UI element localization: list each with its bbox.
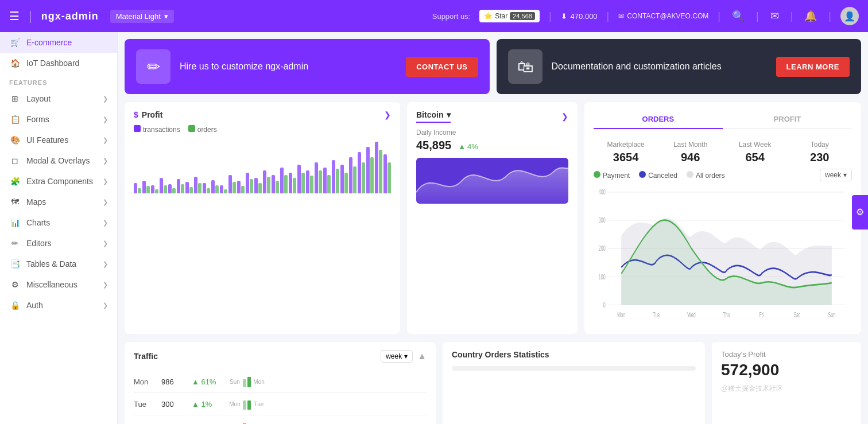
bitcoin-selector[interactable]: Bitcoin ▾ bbox=[416, 110, 451, 123]
misc-icon: ⚙ bbox=[9, 280, 21, 289]
sidebar-item-maps[interactable]: 🗺 Maps ❯ bbox=[0, 192, 117, 212]
svg-text:Wed: Wed bbox=[687, 311, 695, 318]
orders-tabs: ORDERS PROFIT bbox=[594, 110, 852, 129]
mini-chart-wed: Tue Wed bbox=[228, 419, 427, 424]
profit-title: $ Profit bbox=[134, 110, 162, 119]
notification-button[interactable]: 🔔 bbox=[802, 7, 819, 25]
profit-nav-arrow[interactable]: ❯ bbox=[384, 110, 391, 119]
sidebar-item-layout[interactable]: ⊞ Layout ❯ bbox=[0, 88, 117, 109]
promo-icon-right: 🛍 bbox=[508, 49, 542, 84]
traffic-week-filter[interactable]: week ▾ bbox=[381, 350, 413, 363]
country-stats-bar bbox=[452, 366, 696, 371]
editor-icon: ✏ bbox=[9, 239, 21, 248]
mail-button[interactable]: ✉ bbox=[768, 7, 781, 25]
hamburger-menu[interactable]: ☰ bbox=[9, 9, 20, 23]
email-icon: ✉ bbox=[618, 12, 624, 20]
chevron-right-icon: ❯ bbox=[103, 302, 108, 309]
todays-profit-card: Today's Profit 572,900 @稀土掘金技术社区 bbox=[712, 342, 861, 424]
forms-icon: 📋 bbox=[9, 115, 21, 124]
traffic-row-tue: Tue 300 ▲ 1% Mon Tue bbox=[134, 393, 427, 415]
profit-chart bbox=[134, 138, 391, 196]
learn-more-button[interactable]: LEARN MORE bbox=[776, 57, 850, 77]
sidebar-item-extra-components[interactable]: 🧩 Extra Components ❯ bbox=[0, 171, 117, 192]
brand-separator: | bbox=[29, 9, 32, 24]
svg-text:Sat: Sat bbox=[793, 311, 800, 318]
promo-text-right: Documentation and customization articles bbox=[552, 61, 767, 72]
download-icon: ⬇ bbox=[561, 12, 567, 21]
sidebar-item-label: IoT Dashboard bbox=[26, 59, 108, 68]
traffic-table: Mon 986 ▲ 61% Sun Mon bbox=[134, 371, 427, 424]
chevron-right-icon: ❯ bbox=[103, 219, 108, 227]
promo-text-left: Hire us to customize ngx-admin bbox=[180, 61, 397, 72]
svg-text:100: 100 bbox=[599, 273, 606, 281]
svg-text:Sun: Sun bbox=[828, 311, 835, 318]
bitcoin-nav-arrow[interactable]: ❯ bbox=[561, 112, 568, 121]
chevron-right-icon: ❯ bbox=[103, 137, 108, 144]
svg-text:200: 200 bbox=[599, 244, 606, 252]
chevron-right-icon: ❯ bbox=[103, 95, 108, 103]
sidebar-item-miscellaneous[interactable]: ⚙ Miscellaneous ❯ bbox=[0, 274, 117, 295]
collapse-button[interactable]: ▲ bbox=[417, 351, 427, 361]
contact-us-button[interactable]: CONTACT US bbox=[406, 57, 478, 77]
orders-line-chart: 400 300 200 100 0 Mon Tue Wed Thu Fri Sa… bbox=[594, 186, 852, 324]
stat-last-week: Last Week 654 bbox=[723, 136, 788, 169]
mini-chart-tue: Mon Tue bbox=[228, 397, 427, 411]
daily-income-section: Daily Income 45,895 ▲ 4% bbox=[416, 129, 568, 152]
daily-income-value: 45,895 bbox=[416, 139, 451, 152]
sidebar-item-charts[interactable]: 📊 Charts ❯ bbox=[0, 212, 117, 233]
sidebar-item-iot-dashboard[interactable]: 🏠 IoT Dashboard bbox=[0, 53, 117, 73]
svg-text:300: 300 bbox=[599, 216, 606, 224]
todays-profit-value: 572,900 bbox=[721, 361, 852, 379]
star-count: 24,568 bbox=[510, 12, 535, 20]
table-icon: 📑 bbox=[9, 259, 21, 269]
promo-card-docs: 🛍 Documentation and customization articl… bbox=[497, 39, 862, 94]
svg-text:Mon: Mon bbox=[617, 311, 625, 318]
master-type-selector[interactable]: Material Light ▾ bbox=[110, 10, 174, 23]
main-content: ✏ Hire us to customize ngx-admin CONTACT… bbox=[118, 32, 868, 424]
sidebar: 🛒 E-commerce 🏠 IoT Dashboard FEATURES ⊞ … bbox=[0, 32, 118, 424]
sidebar-item-auth[interactable]: 🔒 Auth ❯ bbox=[0, 295, 117, 316]
sidebar-item-ui-features[interactable]: 🎨 UI Features ❯ bbox=[0, 130, 117, 150]
chevron-right-icon: ❯ bbox=[103, 240, 108, 247]
stat-today: Today 230 bbox=[787, 136, 852, 169]
country-stats-card: Country Orders Statistics bbox=[443, 342, 705, 424]
svg-text:400: 400 bbox=[599, 188, 606, 196]
stat-marketplace: Marketplace 3654 bbox=[594, 136, 658, 169]
mini-chart-mon: Sun Mon bbox=[228, 375, 427, 388]
tab-profit[interactable]: PROFIT bbox=[723, 110, 852, 129]
downloads-count: ⬇ 470.000 bbox=[561, 12, 598, 21]
chevron-right-icon: ❯ bbox=[103, 199, 108, 206]
country-stats-title: Country Orders Statistics bbox=[452, 350, 696, 359]
chevron-right-icon: ❯ bbox=[103, 260, 108, 268]
bitcoin-chart bbox=[416, 158, 568, 204]
week-selector[interactable]: week ▾ bbox=[820, 169, 852, 181]
charts-icon: 📊 bbox=[9, 218, 21, 227]
settings-button[interactable]: ⚙ bbox=[852, 195, 868, 229]
features-section-label: FEATURES bbox=[0, 73, 117, 88]
orders-chart-legend: Payment Canceled All orders week ▾ bbox=[594, 169, 852, 181]
profit-widget: $ Profit ❯ transactions orders bbox=[125, 102, 400, 334]
sidebar-item-label: E-commerce bbox=[26, 38, 108, 47]
chevron-down-icon: ▾ bbox=[843, 171, 847, 179]
tab-orders[interactable]: ORDERS bbox=[594, 110, 723, 129]
chevron-down-icon: ▾ bbox=[404, 352, 408, 360]
sidebar-item-editors[interactable]: ✏ Editors ❯ bbox=[0, 233, 117, 254]
promo-card-hire: ✏ Hire us to customize ngx-admin CONTACT… bbox=[125, 39, 490, 94]
search-button[interactable]: 🔍 bbox=[730, 7, 747, 25]
widgets-row: $ Profit ❯ transactions orders Bitcoin ▾ bbox=[125, 102, 861, 334]
support-label: Support us: bbox=[432, 12, 471, 21]
traffic-title: Traffic bbox=[134, 352, 158, 361]
layout-icon: ⊞ bbox=[9, 94, 21, 103]
svg-text:Fri: Fri bbox=[759, 311, 764, 318]
income-change: ▲ 4% bbox=[458, 142, 478, 151]
sidebar-item-forms[interactable]: 📋 Forms ❯ bbox=[0, 109, 117, 130]
user-avatar[interactable]: 👤 bbox=[840, 7, 859, 25]
promo-banners: ✏ Hire us to customize ngx-admin CONTACT… bbox=[125, 39, 861, 94]
traffic-row-mon: Mon 986 ▲ 61% Sun Mon bbox=[134, 371, 427, 393]
sidebar-item-modal-overlays[interactable]: ◻ Modal & Overlays ❯ bbox=[0, 150, 117, 171]
sidebar-item-e-commerce[interactable]: 🛒 E-commerce bbox=[0, 32, 117, 53]
promo-icon-left: ✏ bbox=[136, 49, 170, 84]
ui-icon: 🎨 bbox=[9, 135, 21, 145]
sidebar-item-tables-data[interactable]: 📑 Tables & Data ❯ bbox=[0, 254, 117, 274]
star-button[interactable]: ⭐ Star 24,568 bbox=[479, 10, 540, 22]
